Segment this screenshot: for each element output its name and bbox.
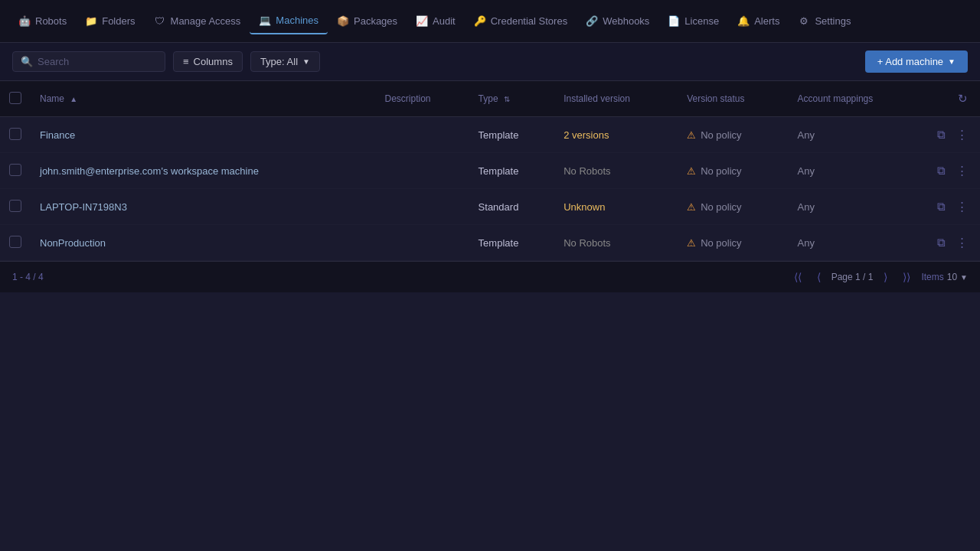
last-page-button[interactable]: ⟩⟩ (898, 269, 915, 285)
row-type-0: Template (469, 117, 555, 153)
row-checkbox-3[interactable] (9, 236, 21, 248)
row-installed-version-1: No Robots (554, 153, 678, 189)
nav-label-audit: Audit (433, 15, 456, 27)
more-options-button-1[interactable]: ⋮ (953, 161, 971, 181)
nav-label-alerts: Alerts (754, 15, 779, 27)
dropdown-arrow-icon: ▼ (948, 57, 956, 66)
nav-label-manage-access: Manage Access (171, 15, 241, 27)
col-type[interactable]: Type ⇅ (469, 81, 555, 117)
row-installed-version-0: 2 versions (554, 117, 678, 153)
row-checkbox-cell[interactable] (0, 225, 31, 261)
nav-item-license[interactable]: 📄 License (658, 9, 728, 34)
chevron-down-icon: ▼ (302, 57, 310, 66)
machines-table-container: Name ▲ Description Type ⇅ Installed vers… (0, 81, 980, 261)
columns-button[interactable]: ≡ Columns (173, 51, 243, 72)
add-machine-button[interactable]: + Add machine ▼ (865, 51, 968, 73)
search-box[interactable]: 🔍 (12, 51, 165, 72)
row-checkbox-cell[interactable] (0, 117, 31, 153)
row-checkbox-2[interactable] (9, 200, 21, 212)
row-installed-version-3: No Robots (554, 225, 678, 261)
search-input[interactable] (38, 56, 157, 67)
items-value: 10 (947, 272, 957, 282)
row-name-3: NonProduction (31, 225, 375, 261)
items-label: Items (921, 272, 943, 282)
nav-item-machines[interactable]: 💻 Machines (250, 8, 328, 34)
row-account-mappings-3: Any (789, 225, 925, 261)
nav-item-settings[interactable]: ⚙ Settings (789, 9, 860, 34)
row-checkbox-1[interactable] (9, 164, 21, 176)
row-checkbox-cell[interactable] (0, 153, 31, 189)
status-text-1: No policy (701, 165, 741, 177)
refresh-button[interactable]: ↻ (955, 89, 971, 109)
nav-item-credential-stores[interactable]: 🔑 Credential Stores (465, 9, 577, 34)
table-body: Finance Template 2 versions ⚠ No policy … (0, 117, 980, 261)
packages-icon: 📦 (337, 15, 349, 28)
next-page-button[interactable]: ⟩ (879, 269, 892, 285)
status-text-0: No policy (701, 129, 741, 141)
row-name-1: john.smith@enterprise.com's workspace ma… (31, 153, 375, 189)
row-type-3: Template (469, 225, 555, 261)
select-all-checkbox[interactable] (9, 92, 21, 104)
gear-icon: ⚙ (798, 15, 810, 28)
nav-item-audit[interactable]: 📈 Audit (407, 9, 465, 34)
folder-icon: 📁 (85, 15, 97, 28)
row-account-mappings-1: Any (789, 153, 925, 189)
row-name-0: Finance (31, 117, 375, 153)
col-description: Description (375, 81, 469, 117)
sort-asc-icon: ▲ (70, 95, 77, 103)
col-description-label: Description (384, 93, 430, 104)
row-version-status-3: ⚠ No policy (678, 225, 788, 261)
warning-icon-1: ⚠ (687, 165, 696, 177)
table-header-row: Name ▲ Description Type ⇅ Installed vers… (0, 81, 980, 117)
nav-label-webhooks: Webhooks (603, 15, 649, 27)
select-all-header[interactable] (0, 81, 31, 117)
warning-icon-0: ⚠ (687, 129, 696, 141)
bell-icon: 🔔 (737, 15, 750, 28)
row-installed-version-2: Unknown (554, 189, 678, 225)
copy-button-2[interactable]: ⧉ (934, 197, 949, 217)
more-options-button-3[interactable]: ⋮ (953, 233, 971, 253)
search-icon: 🔍 (21, 56, 33, 67)
table-row: LAPTOP-IN7198N3 Standard Unknown ⚠ No po… (0, 189, 980, 225)
nav-label-robots: Robots (35, 15, 67, 27)
nav-label-machines: Machines (276, 15, 318, 26)
nav-item-robots[interactable]: 🤖 Robots (9, 9, 76, 34)
add-machine-label: + Add machine (877, 56, 943, 67)
audit-icon: 📈 (416, 15, 428, 28)
items-per-page[interactable]: Items 10 ▼ (921, 272, 968, 282)
nav-label-folders: Folders (102, 15, 135, 27)
copy-button-1[interactable]: ⧉ (934, 161, 949, 181)
row-description-2 (375, 189, 469, 225)
type-filter-label: Type: All (260, 56, 298, 67)
col-account-mappings: Account mappings (789, 81, 925, 117)
col-installed-version-label: Installed version (564, 93, 630, 104)
nav-item-packages[interactable]: 📦 Packages (328, 9, 407, 34)
nav-label-settings: Settings (815, 15, 851, 27)
nav-label-license: License (684, 15, 719, 27)
prev-page-button[interactable]: ⟨ (812, 269, 825, 285)
col-name[interactable]: Name ▲ (31, 81, 375, 117)
nav-item-webhooks[interactable]: 🔗 Webhooks (577, 9, 658, 34)
row-checkbox-0[interactable] (9, 128, 21, 140)
copy-button-3[interactable]: ⧉ (934, 233, 949, 253)
nav-item-alerts[interactable]: 🔔 Alerts (728, 9, 789, 34)
nav-item-folders[interactable]: 📁 Folders (76, 9, 144, 34)
license-icon: 📄 (668, 15, 680, 28)
copy-button-0[interactable]: ⧉ (934, 125, 949, 145)
page-info: Page 1 / 1 (831, 272, 874, 282)
row-checkbox-cell[interactable] (0, 189, 31, 225)
row-actions-2: ⧉ ⋮ (925, 189, 980, 225)
first-page-button[interactable]: ⟨⟨ (789, 269, 806, 285)
page-count: 1 - 4 / 4 (12, 272, 44, 282)
more-options-button-0[interactable]: ⋮ (953, 125, 971, 145)
status-text-3: No policy (701, 237, 741, 249)
type-filter-button[interactable]: Type: All ▼ (250, 51, 320, 72)
col-type-label: Type (479, 93, 498, 104)
warning-icon-3: ⚠ (687, 237, 696, 249)
row-version-status-2: ⚠ No policy (678, 189, 788, 225)
nav-item-manage-access[interactable]: 🛡 Manage Access (145, 9, 250, 34)
pagination: 1 - 4 / 4 ⟨⟨ ⟨ Page 1 / 1 ⟩ ⟩⟩ Items 10 … (0, 261, 980, 292)
col-refresh[interactable]: ↻ (925, 81, 980, 117)
more-options-button-2[interactable]: ⋮ (953, 197, 971, 217)
row-actions-3: ⧉ ⋮ (925, 225, 980, 261)
